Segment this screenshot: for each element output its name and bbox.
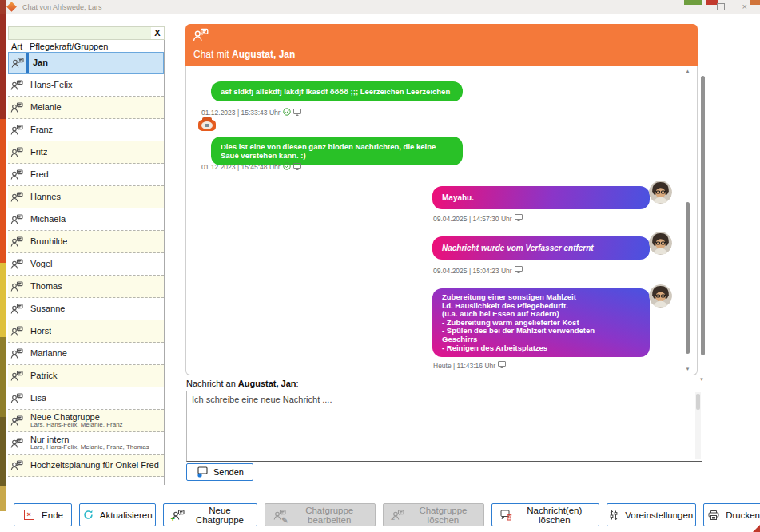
contact-name: Franz (30, 125, 53, 134)
aktualisieren-button[interactable]: Aktualisieren (79, 503, 156, 526)
message-timestamp: 09.04.2025 | 15:04:23 Uhr (433, 266, 523, 275)
app-icon (6, 2, 17, 12)
restore-window-button[interactable] (717, 3, 725, 10)
printer-icon (708, 509, 719, 522)
chatgruppe-bearbeiten-button: ✎Chatgruppe bearbeiten (265, 503, 376, 526)
sidebar-item-susanne[interactable]: Susanne (8, 298, 164, 320)
chat-header: Chat mit Augustat, Jan (185, 24, 698, 66)
person-chat-icon (8, 231, 26, 252)
monitor-icon (515, 214, 523, 223)
chat-bubble-icon (193, 28, 209, 46)
sidebar-item-jan[interactable]: Jan (8, 52, 164, 74)
chatgruppe-löschen-button: −Chatgruppe löschen (383, 503, 484, 526)
sidebar-item-hochzeitsplanung-für-onkel-fred[interactable]: Hochzeitsplanung für Onkel Fred (8, 455, 164, 477)
button-label: Neue Chatgruppe (191, 506, 248, 525)
drucken-button[interactable]: Drucken (703, 503, 760, 526)
incoming-message-bubble[interactable]: Nachricht wurde vom Verfasser entfernt (432, 236, 650, 260)
chat-window: Chat von Ahlswede, Lars × X Art Pflegekr… (0, 0, 760, 532)
delivered-check-icon (283, 108, 291, 117)
neue-chatgruppe-button[interactable]: +Neue Chatgruppe (163, 503, 257, 526)
person-chat-icon (8, 164, 26, 185)
group-chat-icon (8, 455, 26, 476)
button-label: Drucken (726, 510, 760, 520)
button-label: Ende (42, 510, 63, 520)
sidebar-item-fritz[interactable]: Fritz (8, 141, 164, 164)
contact-name: Michaela (30, 215, 66, 224)
ende-button[interactable]: ×Ende (14, 503, 72, 526)
scroll-down-arrow[interactable]: ▼ (683, 367, 692, 371)
background-fragment (0, 0, 6, 14)
send-button-label: Senden (213, 467, 244, 477)
close-window-button[interactable]: × (742, 2, 747, 11)
group-members: Lars, Hans-Felix, Melanie, Franz, Thomas (30, 444, 149, 451)
scrollbar-thumb[interactable] (696, 394, 700, 410)
contact-name: Thomas (30, 282, 62, 291)
sidebar-item-hans-felix[interactable]: Hans-Felix (8, 74, 164, 97)
sidebar-item-hannes[interactable]: Hannes (8, 186, 164, 208)
button-label: Chatgruppe löschen (411, 506, 475, 525)
contact-name: Jan (33, 58, 48, 67)
incoming-message-bubble[interactable]: Zubereitung einer sonstigen Mahlzeit i.d… (432, 288, 650, 357)
sidebar-item-thomas[interactable]: Thomas (8, 276, 164, 298)
sidebar-item-nur-intern[interactable]: Nur internLars, Hans-Felix, Melanie, Fra… (8, 432, 164, 455)
button-label: Chatgruppe bearbeiten (292, 506, 367, 525)
chat-title: Chat mit Augustat, Jan (193, 49, 295, 60)
sidebar-item-brunhilde[interactable]: Brunhilde (8, 231, 164, 253)
contact-name: Melanie (30, 103, 62, 112)
scrollbar-thumb[interactable] (701, 76, 705, 355)
person-chat-icon (8, 343, 26, 364)
sidebar-item-lisa[interactable]: Lisa (8, 387, 164, 410)
column-header-art: Art (8, 42, 26, 51)
monitor-icon (515, 266, 523, 275)
contact-name: Fred (30, 170, 49, 179)
contact-name: Neue Chatgruppe (30, 413, 100, 422)
composer-scrollbar (695, 392, 701, 459)
composer (186, 391, 702, 462)
person-chat-icon (8, 208, 26, 230)
contact-name: Fritz (30, 148, 47, 157)
close-icon: × (22, 509, 35, 522)
own-avatar (197, 117, 217, 133)
voreinstellungen-button[interactable]: Voreinstellungen (607, 503, 696, 526)
sidebar-item-fred[interactable]: Fred (8, 164, 164, 186)
contact-search: X (8, 26, 165, 40)
contact-name: Brunhilde (30, 237, 67, 246)
contact-name: Hochzeitsplanung für Onkel Fred (30, 461, 159, 470)
contact-sidebar: X Art Pflegekraft/Gruppen JanHans-FelixM… (8, 26, 165, 485)
send-button[interactable]: Senden (186, 463, 253, 481)
bottom-toolbar: ×EndeAktualisieren+Neue Chatgruppe✎Chatg… (14, 503, 760, 526)
monitor-icon (498, 361, 506, 370)
contact-avatar (649, 284, 672, 308)
contact-name: Vogel (30, 260, 53, 268)
outgoing-message-bubble[interactable]: asf sldkfj allskdfj lakdjf lkasdf öööö ;… (211, 81, 463, 101)
sidebar-item-horst[interactable]: Horst (8, 320, 164, 343)
person-chat-icon (8, 253, 26, 275)
button-label: Voreinstellungen (625, 510, 693, 520)
message-input[interactable] (186, 391, 702, 462)
incoming-message-bubble[interactable]: Mayahu. (432, 186, 650, 209)
scroll-up-arrow[interactable]: ▲ (683, 69, 692, 73)
scrollbar-thumb[interactable] (686, 202, 690, 354)
sidebar-item-michaela[interactable]: Michaela (8, 208, 164, 231)
person-chat-icon (8, 365, 26, 387)
contact-table-header: Art Pflegekraft/Gruppen (8, 40, 165, 53)
delivered-check-icon (283, 162, 291, 172)
person-chat-icon (8, 119, 26, 141)
person-chat-icon (8, 97, 26, 118)
sidebar-item-franz[interactable]: Franz (8, 119, 164, 141)
contact-name: Susanne (30, 304, 65, 313)
chat-panel: Chat mit Augustat, Jan ▲ ▼ asf sldkfj al… (185, 24, 698, 375)
send-message-icon (196, 466, 209, 478)
sidebar-item-neue-chatgruppe[interactable]: Neue ChatgruppeLars, Hans-Felix, Melanie… (8, 410, 164, 432)
outgoing-message-bubble[interactable]: Dies ist eine von diesen ganz blöden Nac… (211, 137, 463, 165)
sidebar-item-vogel[interactable]: Vogel (8, 253, 164, 276)
search-input[interactable] (9, 28, 151, 38)
scroll-down-arrow[interactable]: ▼ (699, 377, 704, 382)
contact-name: Nur intern (30, 435, 69, 444)
person-chat-icon (8, 298, 26, 320)
clear-search-button[interactable]: X (151, 27, 164, 39)
sidebar-item-patrick[interactable]: Patrick (8, 365, 164, 387)
sidebar-item-marianne[interactable]: Marianne (8, 343, 164, 365)
sidebar-item-melanie[interactable]: Melanie (8, 97, 164, 119)
nachricht-en-löschen-button[interactable]: Nachricht(en) löschen (491, 503, 599, 526)
